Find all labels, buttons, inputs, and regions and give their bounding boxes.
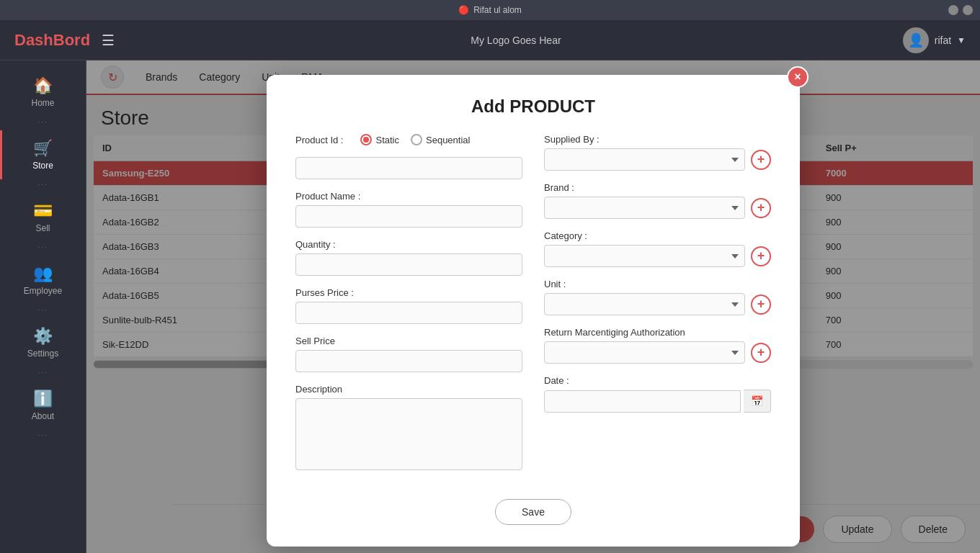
return-select[interactable]: [544, 341, 745, 364]
add-brand-button[interactable]: +: [751, 198, 771, 218]
logo-text: My Logo Goes Hear: [471, 35, 561, 46]
date-label: Date :: [544, 375, 771, 386]
supplied-by-select[interactable]: [544, 148, 745, 171]
purses-price-group: Purses Price :: [295, 287, 522, 324]
add-unit-button[interactable]: +: [751, 295, 771, 315]
modal-body: Product Id : Static Sequential: [295, 134, 771, 485]
store-icon: 🛒: [33, 139, 53, 158]
dots-6: ···: [37, 431, 48, 439]
quantity-label: Quantity :: [295, 239, 522, 250]
unit-row: +: [544, 293, 771, 315]
product-id-label: Product Id :: [295, 135, 343, 145]
title-icon: 🔴: [458, 5, 469, 15]
radio-sequential-circle[interactable]: [411, 134, 422, 145]
add-return-button[interactable]: +: [751, 343, 771, 363]
dots-2: ···: [37, 181, 48, 189]
date-picker-button[interactable]: 📅: [744, 390, 771, 413]
sidebar-label-store: Store: [32, 161, 53, 171]
brand-select[interactable]: [544, 197, 745, 219]
sidebar-item-sell[interactable]: 💳 Sell: [0, 193, 86, 242]
radio-sequential[interactable]: Sequential: [411, 134, 470, 145]
return-group: Return Marcentiging Authorization +: [544, 327, 771, 364]
user-avatar: 👤: [903, 27, 929, 53]
brand-group: Brand : +: [544, 182, 771, 219]
user-name: rifat: [935, 35, 951, 46]
unit-select[interactable]: [544, 293, 745, 315]
sell-icon: 💳: [33, 202, 53, 220]
radio-sequential-label: Sequential: [426, 135, 470, 145]
form-left-col: Product Id : Static Sequential: [295, 134, 522, 485]
window-controls: [948, 5, 973, 15]
category-row: +: [544, 245, 771, 267]
radio-static-label: Static: [375, 135, 399, 145]
unit-label: Unit :: [544, 279, 771, 289]
brand-logo[interactable]: DashBord: [14, 31, 90, 50]
date-input[interactable]: [544, 390, 741, 413]
sidebar-item-store[interactable]: 🛒 Store: [0, 130, 86, 179]
sidebar-label-employee: Employee: [24, 286, 62, 296]
product-id-group: Product Id : Static Sequential: [295, 134, 522, 179]
modal-title: Add PRODUCT: [295, 96, 771, 117]
sidebar-label-home: Home: [31, 98, 54, 108]
return-label: Return Marcentiging Authorization: [544, 327, 771, 338]
dots-4: ···: [37, 306, 48, 314]
brand-label: Brand :: [544, 182, 771, 193]
modal-footer: Save: [295, 499, 771, 525]
supplied-by-group: Supplied By : +: [544, 134, 771, 171]
product-id-radio-group: Product Id : Static Sequential: [295, 134, 522, 145]
category-select[interactable]: [544, 245, 745, 267]
add-supplier-button[interactable]: +: [751, 150, 771, 170]
sidebar-label-sell: Sell: [35, 223, 50, 233]
sidebar-label-about: About: [32, 411, 54, 421]
user-area[interactable]: 👤 rifat ▼: [903, 27, 966, 53]
add-product-modal: × Add PRODUCT Product Id : Static: [267, 75, 800, 547]
content-area: ↻ Brands Category Unit RMA. Store ID Cat…: [86, 60, 980, 553]
unit-group: Unit : +: [544, 279, 771, 315]
sidebar-item-about[interactable]: ℹ️ About: [0, 381, 86, 430]
product-id-input[interactable]: [295, 157, 522, 179]
dots-1: ···: [37, 118, 48, 126]
main-layout: 🏠 Home ··· 🛒 Store ··· 💳 Sell ··· 👥 Empl…: [0, 60, 980, 553]
save-button[interactable]: Save: [495, 499, 571, 525]
sidebar-label-settings: Settings: [27, 349, 58, 359]
sidebar-item-home[interactable]: 🏠 Home: [0, 68, 86, 117]
radio-static[interactable]: Static: [360, 134, 399, 145]
settings-icon: ⚙️: [33, 327, 53, 346]
chevron-down-icon[interactable]: ▼: [957, 35, 966, 45]
product-name-label: Product Name :: [295, 191, 522, 202]
supplied-by-row: +: [544, 148, 771, 171]
modal-close-button[interactable]: ×: [787, 66, 808, 88]
win-btn-max[interactable]: [963, 5, 973, 15]
date-group: Date : 📅: [544, 375, 771, 413]
window-title: Rifat ul alom: [473, 5, 522, 15]
purses-price-input[interactable]: [295, 302, 522, 324]
sell-price-group: Sell Price: [295, 336, 522, 372]
product-name-input[interactable]: [295, 205, 522, 228]
return-row: +: [544, 341, 771, 364]
hamburger-menu[interactable]: ☰: [102, 32, 115, 49]
description-input[interactable]: [295, 398, 522, 470]
radio-static-circle[interactable]: [360, 134, 372, 145]
dots-3: ···: [37, 243, 48, 251]
purses-price-label: Purses Price :: [295, 287, 522, 298]
form-right-col: Supplied By : + Brand :: [544, 134, 771, 485]
win-btn-min[interactable]: [948, 5, 958, 15]
quantity-group: Quantity :: [295, 239, 522, 276]
top-center: My Logo Goes Hear: [129, 35, 903, 46]
sell-price-input[interactable]: [295, 350, 522, 372]
dots-5: ···: [37, 369, 48, 377]
supplied-by-label: Supplied By :: [544, 134, 771, 145]
employee-icon: 👥: [33, 264, 53, 283]
sidebar-item-employee[interactable]: 👥 Employee: [0, 256, 86, 305]
category-group: Category : +: [544, 230, 771, 267]
modal-overlay: × Add PRODUCT Product Id : Static: [86, 60, 980, 553]
sidebar-item-settings[interactable]: ⚙️ Settings: [0, 318, 86, 367]
sidebar: 🏠 Home ··· 🛒 Store ··· 💳 Sell ··· 👥 Empl…: [0, 60, 86, 553]
about-icon: ℹ️: [33, 390, 53, 408]
category-label: Category :: [544, 230, 771, 241]
quantity-input[interactable]: [295, 253, 522, 276]
add-category-button[interactable]: +: [751, 246, 771, 266]
description-group: Description: [295, 384, 522, 473]
date-row: 📅: [544, 390, 771, 413]
title-bar: 🔴 Rifat ul alom: [0, 0, 980, 20]
